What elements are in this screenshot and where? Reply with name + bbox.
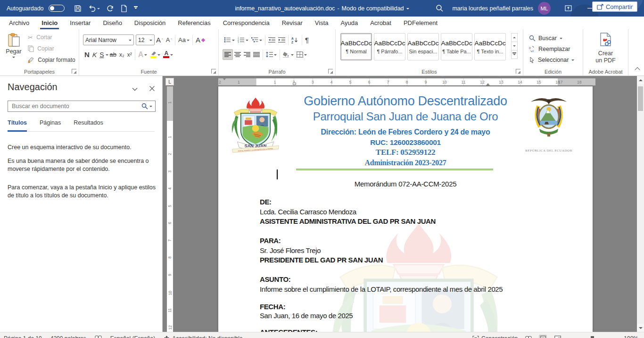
- decrease-indent-button[interactable]: [267, 34, 277, 45]
- line-spacing-button[interactable]: [264, 49, 278, 60]
- cut-button[interactable]: ✂ Cortar: [26, 33, 77, 42]
- show-marks-button[interactable]: ¶: [304, 34, 310, 45]
- tab-stop-selector[interactable]: L: [165, 78, 174, 85]
- format-painter-button[interactable]: Copiar formato: [26, 55, 77, 65]
- increase-indent-button[interactable]: [277, 34, 287, 45]
- language-indicator[interactable]: Español (España): [110, 335, 155, 338]
- autosave-toggle[interactable]: [49, 5, 65, 12]
- read-mode-button[interactable]: [524, 335, 532, 338]
- search-input[interactable]: [8, 103, 141, 110]
- sort-button[interactable]: AZ: [290, 34, 300, 45]
- paste-dropdown-icon[interactable]: [12, 57, 15, 59]
- nav-search-icon[interactable]: [141, 103, 148, 110]
- ribbon-tab[interactable]: Ayuda: [334, 17, 364, 29]
- style-card[interactable]: AaBbCcDc ¶ Párrafo...: [374, 33, 405, 60]
- ribbon-tab[interactable]: Vista: [309, 17, 335, 29]
- web-layout-button[interactable]: [553, 335, 561, 338]
- search-icon[interactable]: [436, 4, 444, 14]
- font-dialog-launcher[interactable]: [211, 69, 216, 74]
- ribbon-tab[interactable]: PDFelement: [397, 17, 444, 29]
- navigation-search-box[interactable]: [8, 101, 156, 112]
- align-left-button[interactable]: [223, 49, 233, 60]
- accessibility-indicator[interactable]: Accesibilidad: No disponible: [164, 335, 242, 338]
- ribbon-tab[interactable]: Referencias: [172, 17, 216, 29]
- bold-button[interactable]: N: [83, 49, 91, 60]
- paragraph-dialog-launcher[interactable]: [328, 69, 333, 74]
- styles-scroll-down-button[interactable]: [511, 42, 518, 51]
- ribbon-tab[interactable]: Disposición: [128, 17, 172, 29]
- numbering-button[interactable]: 123: [236, 34, 250, 45]
- redo-button[interactable]: [107, 5, 114, 12]
- touch-mode-button[interactable]: [121, 5, 127, 12]
- navigation-tab[interactable]: Resultados: [74, 119, 103, 131]
- font-color-button[interactable]: A: [162, 49, 174, 60]
- ribbon-tab[interactable]: Correspondencia: [217, 17, 276, 29]
- ribbon-tab[interactable]: Revisar: [276, 17, 309, 29]
- create-pdf-button[interactable]: Crear un PDF: [583, 33, 628, 64]
- find-button[interactable]: Buscar: [529, 34, 562, 43]
- scroll-up-button[interactable]: [637, 76, 644, 84]
- ribbon-tab[interactable]: Acrobat: [364, 17, 397, 29]
- bullets-button[interactable]: [223, 34, 236, 45]
- text-effects-button[interactable]: A: [137, 49, 149, 60]
- undo-dropdown-icon[interactable]: [97, 8, 100, 11]
- ribbon-tab[interactable]: Inicio: [35, 17, 64, 29]
- customize-quick-access-button[interactable]: [134, 6, 138, 10]
- title-dropdown-icon[interactable]: [406, 8, 409, 11]
- right-indent-marker[interactable]: [486, 81, 490, 85]
- page-indicator[interactable]: Página 1 de 10: [4, 335, 42, 338]
- paste-button[interactable]: Pegar: [4, 33, 24, 66]
- scrollbar-thumb[interactable]: [638, 86, 643, 111]
- user-name[interactable]: maria lourdes peñafiel parrales: [452, 5, 533, 12]
- style-card[interactable]: AaBbCcDc ¶ Texto in...: [474, 33, 506, 60]
- navigation-close-button[interactable]: [149, 84, 155, 93]
- ribbon-tab[interactable]: Archivo: [3, 17, 35, 29]
- navigation-tab[interactable]: Títulos: [8, 119, 27, 131]
- ribbon-tab[interactable]: Insertar: [64, 17, 97, 29]
- shrink-font-button[interactable]: Aˇ: [165, 34, 173, 45]
- underline-button[interactable]: S: [98, 49, 105, 60]
- navigation-tab[interactable]: Páginas: [40, 119, 61, 131]
- zoom-level[interactable]: 100%: [624, 335, 638, 338]
- grow-font-button[interactable]: Aˆ: [155, 34, 165, 45]
- zoom-slider[interactable]: [568, 335, 617, 338]
- font-size-combo[interactable]: 12: [136, 34, 155, 45]
- navigation-options-button[interactable]: [132, 84, 138, 93]
- undo-button[interactable]: [88, 5, 100, 12]
- select-button[interactable]: Seleccionar: [529, 55, 574, 65]
- highlight-button[interactable]: [149, 49, 162, 60]
- multilevel-list-button[interactable]: [250, 34, 264, 45]
- clear-formatting-button[interactable]: A: [194, 34, 206, 45]
- superscript-button[interactable]: x²: [126, 49, 133, 60]
- zoom-slider-thumb[interactable]: [591, 336, 594, 338]
- horizontal-ruler[interactable]: 21 12345678910111213141516 1718: [218, 78, 595, 85]
- styles-dialog-launcher[interactable]: [516, 69, 520, 74]
- borders-button[interactable]: [295, 49, 308, 60]
- underline-dropdown-icon[interactable]: [106, 54, 108, 57]
- shading-button[interactable]: [281, 49, 295, 60]
- proofing-icon[interactable]: [95, 335, 102, 338]
- ribbon-tab[interactable]: Diseño: [97, 17, 128, 29]
- styles-gallery-more-button[interactable]: [511, 50, 518, 59]
- avatar[interactable]: ML: [538, 2, 551, 15]
- first-line-indent-marker[interactable]: [223, 78, 226, 82]
- italic-button[interactable]: K: [91, 49, 99, 60]
- style-card[interactable]: AaBbCcDc ¶ Normal: [340, 33, 372, 60]
- copy-button[interactable]: Copiar: [26, 44, 77, 53]
- document-page[interactable]: REPÚBLICA DEL ECUADOR Gobierno Autónomo …: [218, 86, 593, 332]
- scroll-down-button[interactable]: [637, 324, 644, 332]
- justify-button[interactable]: [252, 49, 261, 60]
- align-center-button[interactable]: [233, 49, 242, 60]
- styles-scroll-up-button[interactable]: [511, 33, 518, 42]
- style-card[interactable]: AaBbCcDc ¶ Table Pa...: [441, 33, 472, 60]
- nav-search-dropdown-icon[interactable]: [149, 106, 152, 109]
- subscript-button[interactable]: x₂: [118, 49, 126, 60]
- replace-button[interactable]: bc Reemplazar: [529, 44, 570, 54]
- strikethrough-button[interactable]: ab: [108, 49, 118, 60]
- vertical-ruler[interactable]: 1 123456789101112: [167, 86, 173, 332]
- print-layout-button[interactable]: [539, 335, 547, 338]
- vertical-scrollbar[interactable]: [637, 76, 644, 332]
- align-right-button[interactable]: [242, 49, 252, 60]
- font-name-combo[interactable]: Arial Narrow: [83, 34, 134, 45]
- style-card[interactable]: AaBbCcDc Sin espaci...: [407, 33, 439, 60]
